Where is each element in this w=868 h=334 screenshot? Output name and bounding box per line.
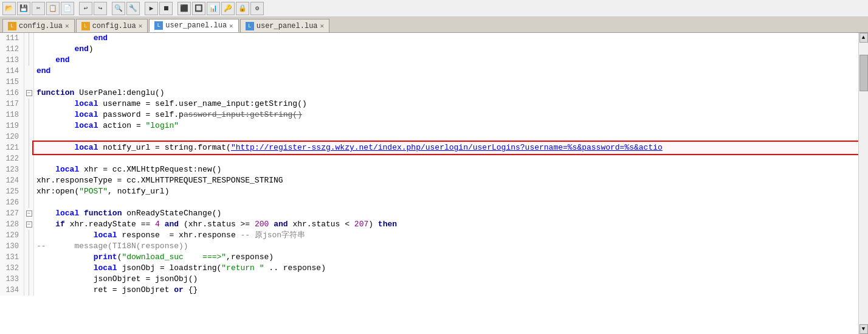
line-num-127: 127	[0, 208, 24, 219]
code-line-132: 132 local jsonObj = loadstring("return "…	[0, 263, 858, 274]
editor-container: 111 end 112 end) 113	[0, 33, 868, 334]
line-num-119: 119	[0, 120, 24, 131]
code-line-133: 133 jsonObjret = jsonObj()	[0, 274, 858, 285]
line-num-113: 113	[0, 55, 24, 66]
line-content-120	[34, 131, 858, 142]
tab-close-user-panel2[interactable]: ✕	[320, 22, 325, 30]
code-area[interactable]: 111 end 112 end) 113	[0, 33, 858, 334]
toolbar-cut[interactable]: ✂	[32, 2, 45, 15]
line-marker-120	[24, 131, 34, 142]
line-marker-131	[24, 252, 34, 263]
line-num-122: 122	[0, 153, 24, 164]
line-marker-129	[24, 230, 34, 241]
line-marker-115	[24, 77, 34, 88]
collapse-128[interactable]: −	[26, 221, 32, 228]
code-line-114: 114 end	[0, 66, 858, 77]
toolbar-search[interactable]: 🔍	[112, 2, 125, 15]
code-line-124: 124 xhr.responseType = cc.XMLHTTPREQUEST…	[0, 175, 858, 186]
tab-close-config2[interactable]: ✕	[139, 22, 143, 30]
line-num-123: 123	[0, 164, 24, 175]
line-marker-128[interactable]: −	[24, 219, 34, 230]
line-marker-118	[24, 110, 34, 120]
scroll-down[interactable]: ▼	[859, 324, 868, 334]
line-content-116: function UserPanel:denglu()	[34, 88, 858, 99]
tab-bar: L config.lua ✕ L config.lua ✕ L user_pan…	[0, 17, 868, 33]
collapse-127[interactable]: −	[26, 210, 32, 217]
toolbar-replace[interactable]: 🔧	[126, 2, 140, 15]
code-line-126: 126	[0, 197, 858, 208]
line-content-130: -- message(TI18N(response))	[34, 241, 858, 252]
line-content-134: ret = jsonObjret or {}	[34, 285, 858, 296]
line-num-111: 111	[0, 33, 24, 44]
toolbar-key[interactable]: 🔑	[221, 2, 235, 15]
tab-close-config1[interactable]: ✕	[65, 22, 69, 30]
tab-icon-user-panel1: L	[154, 21, 163, 30]
collapse-116[interactable]: −	[26, 90, 32, 96]
tab-icon-user-panel2: L	[246, 22, 254, 30]
toolbar-chart[interactable]: 📊	[207, 2, 220, 15]
line-marker-116[interactable]: −	[24, 88, 34, 99]
toolbar-copy[interactable]: 📋	[46, 2, 60, 15]
code-line-115: 115	[0, 77, 858, 88]
line-marker-121	[24, 142, 34, 153]
scroll-up[interactable]: ▲	[859, 33, 868, 43]
line-marker-130	[24, 241, 34, 252]
tab-close-user-panel1[interactable]: ✕	[229, 22, 233, 30]
tab-config2[interactable]: L config.lua ✕	[76, 19, 148, 32]
line-content-123: local xhr = cc.XMLHttpRequest:new()	[34, 164, 858, 175]
line-num-131: 131	[0, 252, 24, 263]
line-marker-117	[24, 99, 34, 110]
line-marker-123	[24, 164, 34, 175]
line-content-115	[34, 77, 858, 88]
line-marker-126	[24, 197, 34, 208]
toolbar-stop[interactable]: ⏹	[159, 2, 173, 15]
line-marker-111	[24, 33, 34, 44]
toolbar-run[interactable]: ▶	[145, 2, 158, 15]
tab-user-panel2[interactable]: L user_panel.lua ✕	[240, 19, 329, 32]
toolbar-build[interactable]: ⬛	[177, 2, 191, 15]
line-num-112: 112	[0, 44, 24, 55]
toolbar-save[interactable]: 💾	[17, 2, 30, 15]
tab-label-config1: config.lua	[19, 22, 63, 30]
toolbar-paste[interactable]: 📄	[61, 2, 74, 15]
code-line-123: 123 local xhr = cc.XMLHttpRequest:new()	[0, 164, 858, 175]
line-content-121: local notify_url = string.format("http:/…	[34, 142, 858, 153]
line-num-115: 115	[0, 77, 24, 88]
toolbar-redo[interactable]: ↪	[94, 2, 107, 15]
code-line-134: 134 ret = jsonObjret or {}	[0, 285, 858, 296]
code-line-131: 131 print("download_suc ===>",response)	[0, 252, 858, 263]
code-line-121: 121 local notify_url = string.format("ht…	[0, 142, 858, 153]
line-num-128: 128	[0, 219, 24, 230]
code-line-122: 122	[0, 153, 858, 164]
scrollbar[interactable]: ▲ ▼	[858, 33, 868, 334]
line-marker-122	[24, 153, 34, 164]
line-marker-124	[24, 175, 34, 186]
toolbar-debug[interactable]: 🔲	[192, 2, 205, 15]
line-num-130: 130	[0, 241, 24, 252]
toolbar-lock[interactable]: 🔒	[236, 2, 249, 15]
tab-config1[interactable]: L config.lua ✕	[2, 19, 75, 32]
toolbar-open[interactable]: 📂	[2, 2, 16, 15]
scroll-thumb[interactable]	[859, 55, 868, 91]
line-marker-125	[24, 186, 34, 197]
line-num-126: 126	[0, 197, 24, 208]
line-marker-127[interactable]: −	[24, 208, 34, 219]
tab-label-config2: config.lua	[92, 22, 136, 30]
line-num-132: 132	[0, 263, 24, 274]
tab-label-user-panel1: user_panel.lua	[165, 21, 227, 30]
line-marker-133	[24, 274, 34, 285]
line-content-132: local jsonObj = loadstring("return " .. …	[34, 263, 858, 274]
toolbar-settings[interactable]: ⚙	[250, 2, 264, 15]
line-content-128: if xhr.readyState == 4 and (xhr.status >…	[34, 219, 858, 230]
line-num-125: 125	[0, 186, 24, 197]
line-content-122	[34, 153, 858, 164]
line-num-118: 118	[0, 110, 24, 120]
line-content-127: local function onReadyStateChange()	[34, 208, 858, 219]
line-marker-113	[24, 55, 34, 66]
line-content-125: xhr:open("POST", notify_url)	[34, 186, 858, 197]
toolbar: 📂 💾 ✂ 📋 📄 ↩ ↪ 🔍 🔧 ▶ ⏹ ⬛ 🔲 📊 🔑 🔒 ⚙	[0, 0, 868, 17]
tab-icon-config2: L	[81, 22, 90, 30]
toolbar-undo[interactable]: ↩	[79, 2, 92, 15]
tab-user-panel1[interactable]: L user_panel.lua ✕	[149, 19, 238, 32]
line-marker-134	[24, 285, 34, 296]
